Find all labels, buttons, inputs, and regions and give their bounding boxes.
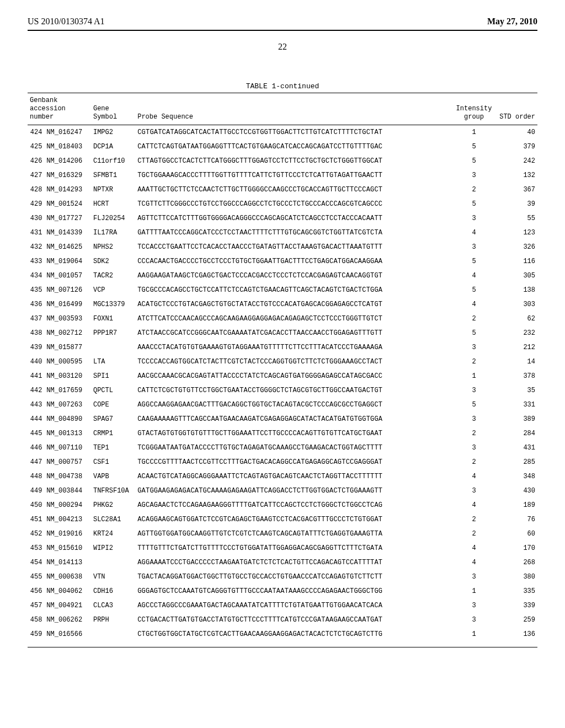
cell-intensity-group: 2: [452, 312, 495, 326]
cell-probe-sequence: TGACTACAGGATGGACTGGCTTGTGCCTGCCACCTGTGAA…: [135, 570, 452, 584]
cell-gene-symbol: [91, 340, 135, 355]
page-header: US 2010/0130374 A1 May 27, 2010: [28, 17, 537, 26]
cell-accession: NM_000595: [44, 355, 91, 369]
cell-accession: NM_003593: [44, 312, 91, 326]
cell-index: 435: [28, 283, 44, 297]
cell-intensity-group: 2: [452, 426, 495, 441]
cell-index: 437: [28, 312, 44, 326]
cell-index: 448: [28, 469, 44, 484]
cell-intensity-group: 2: [452, 355, 495, 369]
cell-probe-sequence: CCTGACACTTGATGTGACCTATGTGCTTCCCTTTTCATGT…: [135, 613, 452, 627]
cell-std-order: 138: [495, 283, 537, 297]
cell-gene-symbol: MGC13379: [91, 297, 135, 312]
cell-std-order: 378: [495, 369, 537, 383]
cell-probe-sequence: ATCTAACCGCATCCGGGCAATCGAAAATATCGACACCTTA…: [135, 326, 452, 340]
table-body: 424NM_016247IMPG2CGTGATCATAGGCATCACTATTG…: [28, 125, 537, 642]
cell-accession: NM_014293: [44, 183, 91, 197]
cell-gene-symbol: NPHS2: [91, 240, 135, 254]
cell-accession: NM_004213: [44, 512, 91, 527]
cell-accession: NM_001313: [44, 426, 91, 441]
cell-probe-sequence: GTACTAGTGTGGTGTGTTTGCTTGGAAATTCCTTGCCCCA…: [135, 426, 452, 441]
table-row: 446NM_007110TEP1TCGGGAATAATGATACCCCTTGTG…: [28, 441, 537, 455]
cell-index: 438: [28, 326, 44, 340]
cell-accession: NM_004738: [44, 469, 91, 484]
cell-intensity-group: 3: [452, 240, 495, 254]
cell-accession: NM_007110: [44, 441, 91, 455]
cell-std-order: 379: [495, 140, 537, 154]
cell-std-order: 116: [495, 254, 537, 269]
cell-std-order: 170: [495, 541, 537, 555]
cell-probe-sequence: AGTTCTTCCATCTTTGGTGGGGACAGGGCCCAGCAGCATC…: [135, 211, 452, 226]
cell-index: 455: [28, 570, 44, 584]
col-accession-header: Genbank accession number: [28, 95, 91, 125]
cell-std-order: 60: [495, 527, 537, 541]
cell-intensity-group: 4: [452, 269, 495, 283]
cell-intensity-group: 5: [452, 197, 495, 211]
cell-accession: NM_014113: [44, 555, 91, 570]
cell-gene-symbol: SPAG7: [91, 412, 135, 426]
table-row: 448NM_004738VAPBACAACTGTCATAGGCAGGGAAATT…: [28, 469, 537, 484]
cell-accession: NM_007126: [44, 283, 91, 297]
cell-std-order: 339: [495, 598, 537, 613]
cell-index: 446: [28, 441, 44, 455]
cell-std-order: 242: [495, 154, 537, 168]
cell-index: 442: [28, 383, 44, 398]
header-rule: [28, 30, 537, 31]
cell-index: 440: [28, 355, 44, 369]
cell-probe-sequence: AGGCCAAGGAGAACGACTTTGACAGGCTGGTGCTACAGTA…: [135, 398, 452, 412]
cell-accession: NM_003844: [44, 484, 91, 498]
cell-intensity-group: 1: [452, 369, 495, 383]
cell-index: 447: [28, 455, 44, 469]
cell-probe-sequence: ACATGCTCCCTGTACGAGCTGTGCTATACCTGTCCCACAT…: [135, 297, 452, 312]
cell-index: 444: [28, 412, 44, 426]
table-row: 428NM_014293NPTXRAAATTGCTGCTTCTCCAACTCTT…: [28, 183, 537, 197]
table-row: 444NM_004890SPAG7CAAGAAAAAGTTTCAGCCAATGA…: [28, 412, 537, 426]
cell-index: 449: [28, 484, 44, 498]
cell-index: 457: [28, 598, 44, 613]
cell-intensity-group: 2: [452, 512, 495, 527]
table-row: 451NM_004213SLC28A1ACAGGAAGCAGTGGATCTCCG…: [28, 512, 537, 527]
cell-intensity-group: 4: [452, 297, 495, 312]
cell-index: 425: [28, 140, 44, 154]
cell-accession: NM_016499: [44, 297, 91, 312]
cell-gene-symbol: VTN: [91, 570, 135, 584]
col-intensity-header: Intensity group: [452, 95, 495, 125]
table-row: 458NM_006262PRPHCCTGACACTTGATGTGACCTATGT…: [28, 613, 537, 627]
cell-index: 436: [28, 297, 44, 312]
col-std-header: STD order: [495, 95, 537, 125]
cell-intensity-group: 4: [452, 469, 495, 484]
cell-probe-sequence: GATGGAAGAGAGACATGCAAAAGAGAAGATTCAGGACCTC…: [135, 484, 452, 498]
cell-accession: NM_015877: [44, 340, 91, 355]
cell-intensity-group: 1: [452, 627, 495, 641]
cell-gene-symbol: PPP1R7: [91, 326, 135, 340]
cell-probe-sequence: CTTAGTGGCCTCACTCTTCATGGGCTTTGGAGTCCTCTTC…: [135, 154, 452, 168]
table-row: 429NM_001524HCRTTCGTTCTTCGGGCCCTGTCCTGGC…: [28, 197, 537, 211]
cell-accession: NM_017727: [44, 211, 91, 226]
cell-std-order: 331: [495, 398, 537, 412]
table-row: 441NM_003120SPI1AACGCCAAACGCACGAGTATTACC…: [28, 369, 537, 383]
cell-std-order: 303: [495, 297, 537, 312]
cell-intensity-group: 3: [452, 340, 495, 355]
page: US 2010/0130374 A1 May 27, 2010 22 TABLE…: [0, 0, 565, 664]
cell-gene-symbol: DCP1A: [91, 140, 135, 154]
cell-intensity-group: 1: [452, 125, 495, 140]
cell-accession: NM_000757: [44, 455, 91, 469]
cell-intensity-group: 4: [452, 541, 495, 555]
cell-gene-symbol: CLCA3: [91, 598, 135, 613]
cell-probe-sequence: TGCTGGAAAGCACCCTTTTGGTTGTTTTCATTCTGTTCCC…: [135, 168, 452, 183]
cell-accession: NM_004062: [44, 584, 91, 598]
cell-accession: NM_017659: [44, 383, 91, 398]
cell-probe-sequence: CATTCTCAGTGATAATGGAGGTTTCACTGTGAAGCATCAC…: [135, 140, 452, 154]
cell-index: 427: [28, 168, 44, 183]
table-caption: TABLE 1-continued: [28, 82, 537, 90]
table-row: 445NM_001313CRMP1GTACTAGTGTGGTGTGTTTGCTT…: [28, 426, 537, 441]
cell-intensity-group: 3: [452, 570, 495, 584]
cell-gene-symbol: PRPH: [91, 613, 135, 627]
table-row: 437NM_003593FOXN1ATCTTCATCCCAACAGCCCAGCA…: [28, 312, 537, 326]
cell-intensity-group: 2: [452, 455, 495, 469]
cell-gene-symbol: CRMP1: [91, 426, 135, 441]
cell-index: 452: [28, 527, 44, 541]
table-row: 442NM_017659QPCTLCATTCTCGCTGTGTTCCTGGCTG…: [28, 383, 537, 398]
cell-std-order: 285: [495, 455, 537, 469]
cell-intensity-group: 4: [452, 226, 495, 240]
